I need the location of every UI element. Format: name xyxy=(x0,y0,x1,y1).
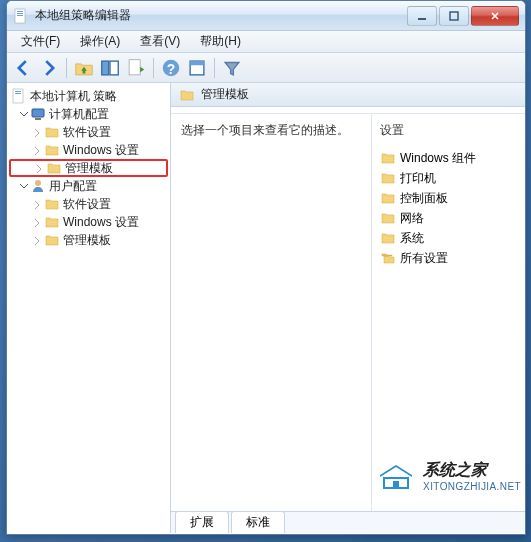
item-label: 控制面板 xyxy=(400,190,448,207)
item-label: Windows 组件 xyxy=(400,150,476,167)
app-window: 本地组策略编辑器 文件(F) 操作(A) 查看(V) 帮助(H) ? xyxy=(6,0,526,535)
svg-rect-1 xyxy=(17,11,23,12)
tree-admin-templates-selected[interactable]: 管理模板 xyxy=(9,159,168,177)
detail-header: 管理模板 xyxy=(171,83,525,107)
close-button[interactable] xyxy=(471,6,519,26)
folder-icon xyxy=(46,160,62,176)
help-button[interactable]: ? xyxy=(159,56,183,80)
setting-item[interactable]: 控制面板 xyxy=(378,188,519,208)
svg-rect-19 xyxy=(393,481,399,488)
menu-file[interactable]: 文件(F) xyxy=(11,31,70,52)
detail-body: 选择一个项目来查看它的描述。 设置 Windows 组件 打印机 控制面板 xyxy=(171,113,525,511)
tree-label: 管理模板 xyxy=(65,160,113,177)
svg-rect-6 xyxy=(102,61,109,75)
item-label: 网络 xyxy=(400,210,424,227)
expander-icon[interactable] xyxy=(17,108,29,120)
tree-windows-settings[interactable]: Windows 设置 xyxy=(9,213,168,231)
folder-icon xyxy=(44,196,60,212)
toolbar: ? xyxy=(7,53,525,83)
watermark: 系统之家 XITONGZHIJIA.NET xyxy=(375,460,521,492)
watermark-sub: XITONGZHIJIA.NET xyxy=(423,481,521,492)
expander-icon[interactable] xyxy=(17,180,29,192)
folder-icon xyxy=(380,210,396,226)
filter-button[interactable] xyxy=(220,56,244,80)
window-controls xyxy=(407,6,519,26)
svg-rect-8 xyxy=(129,59,140,74)
svg-rect-5 xyxy=(450,12,458,20)
up-button[interactable] xyxy=(72,56,96,80)
tree-admin-templates[interactable]: 管理模板 xyxy=(9,231,168,249)
folder-icon xyxy=(44,142,60,158)
svg-rect-17 xyxy=(35,118,41,120)
menu-help[interactable]: 帮助(H) xyxy=(190,31,251,52)
tab-standard[interactable]: 标准 xyxy=(231,511,285,533)
tree-root[interactable]: 本地计算机 策略 xyxy=(9,87,168,105)
expander-icon[interactable] xyxy=(31,144,43,156)
folder-icon xyxy=(380,230,396,246)
watermark-logo-icon xyxy=(375,462,417,490)
computer-icon xyxy=(30,106,46,122)
detail-tabs: 扩展 标准 xyxy=(171,511,525,533)
setting-item-all[interactable]: 所有设置 xyxy=(378,248,519,268)
tab-extended[interactable]: 扩展 xyxy=(175,511,229,533)
window-title: 本地组策略编辑器 xyxy=(35,7,407,24)
expander-icon[interactable] xyxy=(33,162,45,174)
stack-icon xyxy=(380,250,396,266)
menu-action[interactable]: 操作(A) xyxy=(70,31,130,52)
item-label: 系统 xyxy=(400,230,424,247)
expander-icon[interactable] xyxy=(31,216,43,228)
svg-rect-15 xyxy=(15,93,21,94)
properties-button[interactable] xyxy=(185,56,209,80)
tree-user-config[interactable]: 用户配置 xyxy=(9,177,168,195)
svg-rect-2 xyxy=(17,13,23,14)
tree-pane[interactable]: 本地计算机 策略 计算机配置 软件设置 Windows 设置 管理模板 xyxy=(7,83,171,533)
expander-icon[interactable] xyxy=(31,198,43,210)
show-hide-tree-button[interactable] xyxy=(98,56,122,80)
toolbar-separator xyxy=(153,58,154,78)
setting-item[interactable]: 网络 xyxy=(378,208,519,228)
item-label: 打印机 xyxy=(400,170,436,187)
forward-button[interactable] xyxy=(37,56,61,80)
tree-windows-settings[interactable]: Windows 设置 xyxy=(9,141,168,159)
setting-item[interactable]: 打印机 xyxy=(378,168,519,188)
folder-icon xyxy=(380,170,396,186)
menubar: 文件(F) 操作(A) 查看(V) 帮助(H) xyxy=(7,31,525,53)
expander-icon[interactable] xyxy=(31,126,43,138)
svg-rect-4 xyxy=(418,18,426,20)
item-label: 所有设置 xyxy=(400,250,448,267)
svg-rect-7 xyxy=(110,61,118,75)
tree-label: 计算机配置 xyxy=(49,106,109,123)
svg-rect-14 xyxy=(15,91,21,92)
svg-text:?: ? xyxy=(167,61,175,76)
folder-icon xyxy=(380,150,396,166)
tree-label: 用户配置 xyxy=(49,178,97,195)
expander-icon[interactable] xyxy=(31,234,43,246)
watermark-title: 系统之家 xyxy=(423,460,521,481)
tree-label: Windows 设置 xyxy=(63,214,139,231)
tree-label: 本地计算机 策略 xyxy=(30,88,117,105)
user-icon xyxy=(30,178,46,194)
back-button[interactable] xyxy=(11,56,35,80)
tree-label: 管理模板 xyxy=(63,232,111,249)
folder-icon xyxy=(44,124,60,140)
setting-item[interactable]: Windows 组件 xyxy=(378,148,519,168)
description-column: 选择一个项目来查看它的描述。 xyxy=(171,114,371,511)
maximize-button[interactable] xyxy=(439,6,469,26)
tree-label: 软件设置 xyxy=(63,124,111,141)
minimize-button[interactable] xyxy=(407,6,437,26)
titlebar: 本地组策略编辑器 xyxy=(7,1,525,31)
tree-software-settings[interactable]: 软件设置 xyxy=(9,123,168,141)
settings-header: 设置 xyxy=(378,118,519,148)
folder-icon xyxy=(44,214,60,230)
app-icon xyxy=(13,8,29,24)
menu-view[interactable]: 查看(V) xyxy=(130,31,190,52)
tree-computer-config[interactable]: 计算机配置 xyxy=(9,105,168,123)
folder-icon xyxy=(179,87,195,103)
folder-icon xyxy=(380,190,396,206)
svg-rect-16 xyxy=(32,109,44,117)
settings-column: 设置 Windows 组件 打印机 控制面板 xyxy=(371,114,525,511)
export-button[interactable] xyxy=(124,56,148,80)
tree-software-settings[interactable]: 软件设置 xyxy=(9,195,168,213)
setting-item[interactable]: 系统 xyxy=(378,228,519,248)
detail-title: 管理模板 xyxy=(201,86,249,103)
